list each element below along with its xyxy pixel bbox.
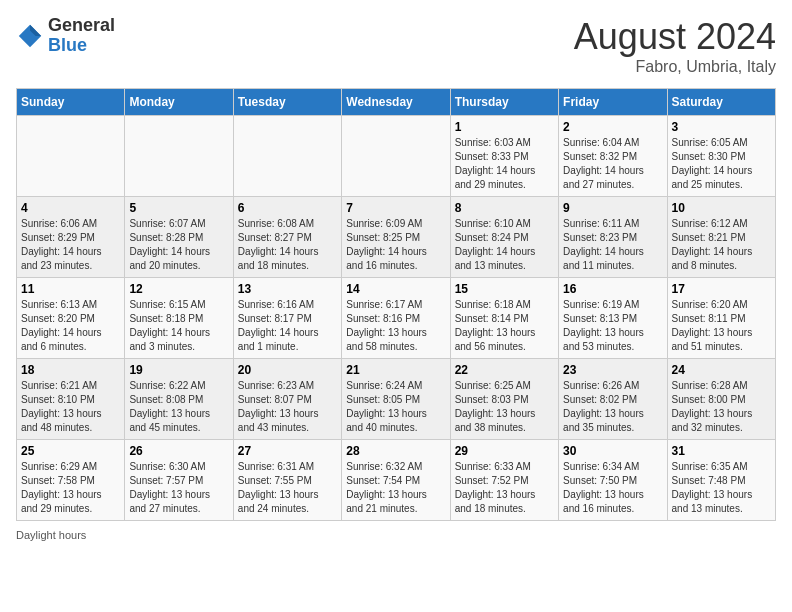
day-number: 27	[238, 444, 337, 458]
calendar-day-cell: 29Sunrise: 6:33 AM Sunset: 7:52 PM Dayli…	[450, 440, 558, 521]
day-number: 9	[563, 201, 662, 215]
calendar-day-cell: 12Sunrise: 6:15 AM Sunset: 8:18 PM Dayli…	[125, 278, 233, 359]
day-number: 5	[129, 201, 228, 215]
calendar-day-cell: 16Sunrise: 6:19 AM Sunset: 8:13 PM Dayli…	[559, 278, 667, 359]
day-info: Sunrise: 6:09 AM Sunset: 8:25 PM Dayligh…	[346, 217, 445, 273]
day-info: Sunrise: 6:10 AM Sunset: 8:24 PM Dayligh…	[455, 217, 554, 273]
calendar-day-header: Thursday	[450, 89, 558, 116]
calendar-day-cell: 5Sunrise: 6:07 AM Sunset: 8:28 PM Daylig…	[125, 197, 233, 278]
day-info: Sunrise: 6:12 AM Sunset: 8:21 PM Dayligh…	[672, 217, 771, 273]
calendar-day-header: Saturday	[667, 89, 775, 116]
day-number: 8	[455, 201, 554, 215]
daylight-label: Daylight hours	[16, 529, 86, 541]
calendar-table: SundayMondayTuesdayWednesdayThursdayFrid…	[16, 88, 776, 521]
day-info: Sunrise: 6:03 AM Sunset: 8:33 PM Dayligh…	[455, 136, 554, 192]
day-number: 22	[455, 363, 554, 377]
calendar-week-row: 1Sunrise: 6:03 AM Sunset: 8:33 PM Daylig…	[17, 116, 776, 197]
day-number: 31	[672, 444, 771, 458]
logo: General Blue	[16, 16, 115, 56]
calendar-week-row: 18Sunrise: 6:21 AM Sunset: 8:10 PM Dayli…	[17, 359, 776, 440]
calendar-day-header: Monday	[125, 89, 233, 116]
day-info: Sunrise: 6:35 AM Sunset: 7:48 PM Dayligh…	[672, 460, 771, 516]
location-subtitle: Fabro, Umbria, Italy	[574, 58, 776, 76]
day-number: 11	[21, 282, 120, 296]
day-number: 28	[346, 444, 445, 458]
day-info: Sunrise: 6:29 AM Sunset: 7:58 PM Dayligh…	[21, 460, 120, 516]
calendar-day-cell: 24Sunrise: 6:28 AM Sunset: 8:00 PM Dayli…	[667, 359, 775, 440]
calendar-day-cell	[342, 116, 450, 197]
day-number: 16	[563, 282, 662, 296]
day-number: 4	[21, 201, 120, 215]
calendar-day-cell: 20Sunrise: 6:23 AM Sunset: 8:07 PM Dayli…	[233, 359, 341, 440]
logo-text: General Blue	[48, 16, 115, 56]
calendar-day-cell: 1Sunrise: 6:03 AM Sunset: 8:33 PM Daylig…	[450, 116, 558, 197]
calendar-day-cell: 8Sunrise: 6:10 AM Sunset: 8:24 PM Daylig…	[450, 197, 558, 278]
day-info: Sunrise: 6:06 AM Sunset: 8:29 PM Dayligh…	[21, 217, 120, 273]
calendar-day-cell: 11Sunrise: 6:13 AM Sunset: 8:20 PM Dayli…	[17, 278, 125, 359]
calendar-day-cell: 13Sunrise: 6:16 AM Sunset: 8:17 PM Dayli…	[233, 278, 341, 359]
calendar-day-cell: 14Sunrise: 6:17 AM Sunset: 8:16 PM Dayli…	[342, 278, 450, 359]
calendar-day-header: Sunday	[17, 89, 125, 116]
day-info: Sunrise: 6:24 AM Sunset: 8:05 PM Dayligh…	[346, 379, 445, 435]
day-info: Sunrise: 6:20 AM Sunset: 8:11 PM Dayligh…	[672, 298, 771, 354]
logo-general-text: General	[48, 15, 115, 35]
day-info: Sunrise: 6:26 AM Sunset: 8:02 PM Dayligh…	[563, 379, 662, 435]
calendar-day-cell: 18Sunrise: 6:21 AM Sunset: 8:10 PM Dayli…	[17, 359, 125, 440]
day-info: Sunrise: 6:16 AM Sunset: 8:17 PM Dayligh…	[238, 298, 337, 354]
day-number: 21	[346, 363, 445, 377]
day-number: 10	[672, 201, 771, 215]
calendar-day-header: Friday	[559, 89, 667, 116]
day-number: 20	[238, 363, 337, 377]
day-info: Sunrise: 6:21 AM Sunset: 8:10 PM Dayligh…	[21, 379, 120, 435]
calendar-day-cell: 15Sunrise: 6:18 AM Sunset: 8:14 PM Dayli…	[450, 278, 558, 359]
calendar-day-cell: 19Sunrise: 6:22 AM Sunset: 8:08 PM Dayli…	[125, 359, 233, 440]
day-info: Sunrise: 6:28 AM Sunset: 8:00 PM Dayligh…	[672, 379, 771, 435]
day-number: 29	[455, 444, 554, 458]
day-number: 17	[672, 282, 771, 296]
day-number: 14	[346, 282, 445, 296]
footer: Daylight hours	[16, 529, 776, 541]
day-info: Sunrise: 6:30 AM Sunset: 7:57 PM Dayligh…	[129, 460, 228, 516]
calendar-day-cell: 31Sunrise: 6:35 AM Sunset: 7:48 PM Dayli…	[667, 440, 775, 521]
calendar-day-cell	[233, 116, 341, 197]
calendar-day-cell: 22Sunrise: 6:25 AM Sunset: 8:03 PM Dayli…	[450, 359, 558, 440]
month-year-title: August 2024	[574, 16, 776, 58]
calendar-day-cell: 26Sunrise: 6:30 AM Sunset: 7:57 PM Dayli…	[125, 440, 233, 521]
day-number: 24	[672, 363, 771, 377]
calendar-day-cell: 27Sunrise: 6:31 AM Sunset: 7:55 PM Dayli…	[233, 440, 341, 521]
day-number: 23	[563, 363, 662, 377]
day-number: 1	[455, 120, 554, 134]
page-header: General Blue August 2024 Fabro, Umbria, …	[16, 16, 776, 76]
day-info: Sunrise: 6:32 AM Sunset: 7:54 PM Dayligh…	[346, 460, 445, 516]
day-info: Sunrise: 6:04 AM Sunset: 8:32 PM Dayligh…	[563, 136, 662, 192]
day-info: Sunrise: 6:22 AM Sunset: 8:08 PM Dayligh…	[129, 379, 228, 435]
day-number: 12	[129, 282, 228, 296]
day-info: Sunrise: 6:33 AM Sunset: 7:52 PM Dayligh…	[455, 460, 554, 516]
day-number: 13	[238, 282, 337, 296]
calendar-day-cell: 9Sunrise: 6:11 AM Sunset: 8:23 PM Daylig…	[559, 197, 667, 278]
calendar-day-cell: 7Sunrise: 6:09 AM Sunset: 8:25 PM Daylig…	[342, 197, 450, 278]
day-number: 30	[563, 444, 662, 458]
day-info: Sunrise: 6:15 AM Sunset: 8:18 PM Dayligh…	[129, 298, 228, 354]
title-block: August 2024 Fabro, Umbria, Italy	[574, 16, 776, 76]
calendar-day-cell: 28Sunrise: 6:32 AM Sunset: 7:54 PM Dayli…	[342, 440, 450, 521]
calendar-day-cell: 25Sunrise: 6:29 AM Sunset: 7:58 PM Dayli…	[17, 440, 125, 521]
day-info: Sunrise: 6:17 AM Sunset: 8:16 PM Dayligh…	[346, 298, 445, 354]
day-info: Sunrise: 6:13 AM Sunset: 8:20 PM Dayligh…	[21, 298, 120, 354]
day-number: 7	[346, 201, 445, 215]
day-number: 25	[21, 444, 120, 458]
calendar-header-row: SundayMondayTuesdayWednesdayThursdayFrid…	[17, 89, 776, 116]
day-number: 26	[129, 444, 228, 458]
calendar-week-row: 4Sunrise: 6:06 AM Sunset: 8:29 PM Daylig…	[17, 197, 776, 278]
calendar-day-cell	[125, 116, 233, 197]
day-info: Sunrise: 6:25 AM Sunset: 8:03 PM Dayligh…	[455, 379, 554, 435]
calendar-day-cell: 17Sunrise: 6:20 AM Sunset: 8:11 PM Dayli…	[667, 278, 775, 359]
day-number: 15	[455, 282, 554, 296]
calendar-day-cell: 23Sunrise: 6:26 AM Sunset: 8:02 PM Dayli…	[559, 359, 667, 440]
day-info: Sunrise: 6:05 AM Sunset: 8:30 PM Dayligh…	[672, 136, 771, 192]
logo-icon	[16, 22, 44, 50]
calendar-day-cell: 2Sunrise: 6:04 AM Sunset: 8:32 PM Daylig…	[559, 116, 667, 197]
day-info: Sunrise: 6:18 AM Sunset: 8:14 PM Dayligh…	[455, 298, 554, 354]
calendar-day-header: Tuesday	[233, 89, 341, 116]
calendar-day-cell: 3Sunrise: 6:05 AM Sunset: 8:30 PM Daylig…	[667, 116, 775, 197]
